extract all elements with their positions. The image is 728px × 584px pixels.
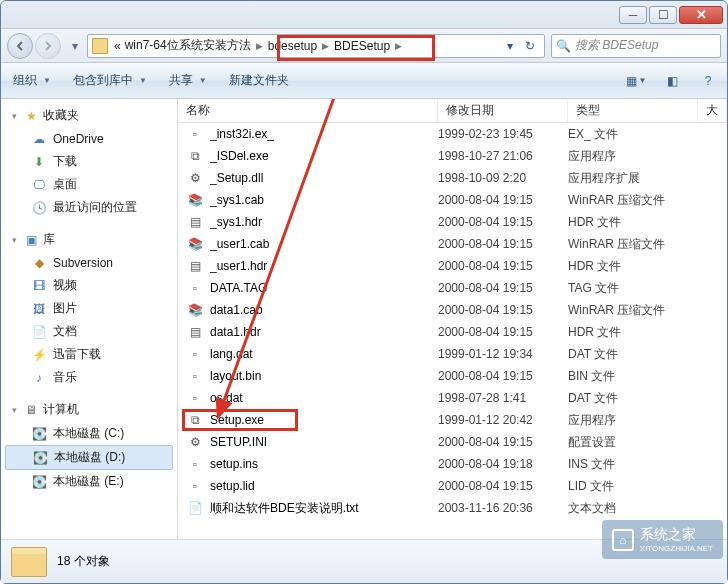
sidebar-item[interactable]: 📄文档: [1, 320, 177, 343]
help-button[interactable]: ?: [697, 70, 719, 92]
column-type[interactable]: 类型: [568, 99, 698, 122]
chevron-right-icon[interactable]: [319, 41, 332, 51]
dl-icon: ⬇: [31, 154, 47, 170]
sidebar-item[interactable]: 💽本地磁盘 (C:): [1, 422, 177, 445]
drive-icon: 💽: [32, 450, 48, 466]
file-row[interactable]: 📚data1.cab2000-08-04 19:15WinRAR 压缩文件: [178, 299, 727, 321]
breadcrumb-1[interactable]: win7-64位系统安装方法: [123, 35, 253, 57]
file-dat-icon: ▫: [186, 126, 204, 142]
thunder-icon: ⚡: [31, 347, 47, 363]
address-bar[interactable]: « win7-64位系统安装方法 bdesetup BDESetup ▾ ↻: [87, 34, 545, 58]
library-icon: ▣: [23, 232, 39, 248]
sidebar-group-computer[interactable]: 🖥 计算机: [1, 397, 177, 422]
file-row[interactable]: ▫lang.dat1999-01-12 19:34DAT 文件: [178, 343, 727, 365]
sidebar-item-label: 音乐: [53, 369, 77, 386]
sidebar: ★ 收藏夹 ☁OneDrive⬇下载🖵桌面🕓最近访问的位置 ▣ 库 ◆Subve…: [1, 99, 178, 539]
addressbar-dropdown[interactable]: ▾: [500, 39, 520, 53]
expand-toggle-icon: [9, 405, 19, 415]
file-row[interactable]: ▫layout.bin2000-08-04 19:15BIN 文件: [178, 365, 727, 387]
sidebar-group-libraries[interactable]: ▣ 库: [1, 227, 177, 252]
breadcrumb-2[interactable]: bdesetup: [266, 35, 319, 57]
expand-toggle-icon: [9, 111, 19, 121]
chevron-right-icon[interactable]: [392, 41, 405, 51]
file-date: 2000-08-04 19:15: [438, 369, 568, 383]
file-row[interactable]: 📚_sys1.cab2000-08-04 19:15WinRAR 压缩文件: [178, 189, 727, 211]
file-date: 1998-07-28 1:41: [438, 391, 568, 405]
close-button[interactable]: ✕: [679, 6, 723, 24]
file-row[interactable]: ▫DATA.TAG2000-08-04 19:15TAG 文件: [178, 277, 727, 299]
preview-pane-button[interactable]: ◧: [661, 70, 683, 92]
body: ★ 收藏夹 ☁OneDrive⬇下载🖵桌面🕓最近访问的位置 ▣ 库 ◆Subve…: [1, 99, 727, 539]
sidebar-item[interactable]: 💽本地磁盘 (D:): [5, 445, 173, 470]
search-input[interactable]: 🔍 搜索 BDESetup: [551, 34, 721, 58]
sidebar-group-favorites[interactable]: ★ 收藏夹: [1, 103, 177, 128]
sidebar-item[interactable]: 🖼图片: [1, 297, 177, 320]
file-type: INS 文件: [568, 456, 698, 473]
include-label: 包含到库中: [73, 72, 133, 89]
sidebar-item[interactable]: 🎞视频: [1, 274, 177, 297]
file-name: _user1.hdr: [210, 259, 438, 273]
sidebar-item-label: 本地磁盘 (D:): [54, 449, 125, 466]
history-dropdown[interactable]: ▾: [67, 36, 83, 56]
file-row[interactable]: ▤_sys1.hdr2000-08-04 19:15HDR 文件: [178, 211, 727, 233]
sidebar-item[interactable]: ♪音乐: [1, 366, 177, 389]
share-menu[interactable]: 共享▼: [165, 69, 211, 92]
file-row[interactable]: ▫_inst32i.ex_1999-02-23 19:45EX_ 文件: [178, 123, 727, 145]
file-row[interactable]: ▫os.dat1998-07-28 1:41DAT 文件: [178, 387, 727, 409]
favorites-label: 收藏夹: [43, 107, 79, 124]
column-size[interactable]: 大: [698, 99, 727, 122]
sidebar-item[interactable]: ◆Subversion: [1, 252, 177, 274]
chevron-right-icon[interactable]: [253, 41, 266, 51]
refresh-button[interactable]: ↻: [520, 39, 540, 53]
sidebar-item[interactable]: 💽本地磁盘 (E:): [1, 470, 177, 493]
file-name: os.dat: [210, 391, 438, 405]
file-name: data1.hdr: [210, 325, 438, 339]
sidebar-item[interactable]: 🕓最近访问的位置: [1, 196, 177, 219]
file-date: 2000-08-04 19:15: [438, 193, 568, 207]
file-type: BIN 文件: [568, 368, 698, 385]
file-dll-icon: ⚙: [186, 170, 204, 186]
desk-icon: 🖵: [31, 177, 47, 193]
view-options-button[interactable]: ▦▼: [625, 70, 647, 92]
back-button[interactable]: [7, 33, 33, 59]
file-row[interactable]: ⧉_ISDel.exe1998-10-27 21:06应用程序: [178, 145, 727, 167]
file-row[interactable]: ⚙SETUP.INI2000-08-04 19:15配置设置: [178, 431, 727, 453]
sidebar-item[interactable]: 🖵桌面: [1, 173, 177, 196]
file-dat-icon: ▫: [186, 346, 204, 362]
organize-menu[interactable]: 组织▼: [9, 69, 55, 92]
file-row[interactable]: ▤_user1.hdr2000-08-04 19:15HDR 文件: [178, 255, 727, 277]
include-in-library-menu[interactable]: 包含到库中▼: [69, 69, 151, 92]
file-date: 2003-11-16 20:36: [438, 501, 568, 515]
file-type: WinRAR 压缩文件: [568, 236, 698, 253]
file-name: Setup.exe: [210, 413, 438, 427]
file-row[interactable]: 📚_user1.cab2000-08-04 19:15WinRAR 压缩文件: [178, 233, 727, 255]
column-name[interactable]: 名称: [178, 99, 438, 122]
forward-button[interactable]: [35, 33, 61, 59]
pic-icon: 🖼: [31, 301, 47, 317]
file-txt-icon: 📄: [186, 500, 204, 516]
sidebar-item[interactable]: ⬇下载: [1, 150, 177, 173]
vid-icon: 🎞: [31, 278, 47, 294]
file-pane: 名称 修改日期 类型 大 ▫_inst32i.ex_1999-02-23 19:…: [178, 99, 727, 539]
file-row[interactable]: ⧉Setup.exe1999-01-12 20:42应用程序: [178, 409, 727, 431]
file-row[interactable]: ▤data1.hdr2000-08-04 19:15HDR 文件: [178, 321, 727, 343]
new-folder-button[interactable]: 新建文件夹: [225, 69, 293, 92]
file-name: SETUP.INI: [210, 435, 438, 449]
file-row[interactable]: 📄顺和达软件BDE安装说明.txt2003-11-16 20:36文本文档: [178, 497, 727, 519]
file-type: LID 文件: [568, 478, 698, 495]
sidebar-item[interactable]: ⚡迅雷下载: [1, 343, 177, 366]
file-name: 顺和达软件BDE安装说明.txt: [210, 500, 438, 517]
column-headers: 名称 修改日期 类型 大: [178, 99, 727, 123]
file-name: setup.lid: [210, 479, 438, 493]
sidebar-item[interactable]: ☁OneDrive: [1, 128, 177, 150]
file-list[interactable]: ▫_inst32i.ex_1999-02-23 19:45EX_ 文件⧉_ISD…: [178, 123, 727, 539]
maximize-button[interactable]: ☐: [649, 6, 677, 24]
breadcrumb-3[interactable]: BDESetup: [332, 35, 392, 57]
minimize-button[interactable]: ─: [619, 6, 647, 24]
file-row[interactable]: ▫setup.ins2000-08-04 19:18INS 文件: [178, 453, 727, 475]
file-type: WinRAR 压缩文件: [568, 192, 698, 209]
file-row[interactable]: ▫setup.lid2000-08-04 19:15LID 文件: [178, 475, 727, 497]
file-name: _ISDel.exe: [210, 149, 438, 163]
column-date[interactable]: 修改日期: [438, 99, 568, 122]
file-row[interactable]: ⚙_Setup.dll1998-10-09 2:20应用程序扩展: [178, 167, 727, 189]
